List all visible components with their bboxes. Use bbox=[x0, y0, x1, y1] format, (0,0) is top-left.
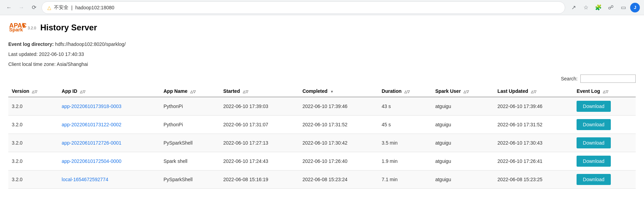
table-body: 3.2.0 app-20220610173918-0003 PythonPi 2… bbox=[8, 97, 636, 189]
cell-appname-4: PySparkShell bbox=[160, 170, 220, 188]
spark-logo-svg: APACHE Spark bbox=[8, 21, 26, 35]
app-id-link-3[interactable]: app-20220610172504-0000 bbox=[62, 158, 121, 164]
cell-appid-2[interactable]: app-20220610172726-0001 bbox=[58, 134, 160, 152]
app-id-link-4[interactable]: local-1654672592774 bbox=[62, 177, 108, 182]
cell-duration-4: 7.1 min bbox=[378, 170, 432, 188]
col-app-name[interactable]: App Name △▽ bbox=[160, 86, 220, 97]
extensions-manage-button[interactable]: ☍ bbox=[605, 2, 616, 13]
cell-eventlog-2: Download bbox=[573, 134, 636, 152]
sort-icon-completed: ▼ bbox=[330, 90, 334, 94]
col-duration[interactable]: Duration △▽ bbox=[378, 86, 432, 97]
cell-duration-2: 3.5 min bbox=[378, 134, 432, 152]
app-id-link-2[interactable]: app-20220610172726-0001 bbox=[62, 140, 121, 146]
col-last-updated[interactable]: Last Updated △▽ bbox=[494, 86, 573, 97]
extension-button[interactable]: 🧩 bbox=[593, 2, 604, 13]
cell-appid-1[interactable]: app-20220610173122-0002 bbox=[58, 115, 160, 134]
download-button-1[interactable]: Download bbox=[577, 119, 610, 130]
address-bar[interactable]: △ 不安全 | hadoop102:18080 bbox=[42, 1, 565, 14]
cell-version-4: 3.2.0 bbox=[8, 170, 58, 188]
app-title: History Server bbox=[40, 23, 97, 32]
download-button-4[interactable]: Download bbox=[577, 174, 610, 185]
cell-started-1: 2022-06-10 17:31:07 bbox=[220, 115, 299, 134]
cell-started-4: 2022-06-08 15:16:19 bbox=[220, 170, 299, 188]
cell-appid-3[interactable]: app-20220610172504-0000 bbox=[58, 152, 160, 170]
table-row: 3.2.0 app-20220610173918-0003 PythonPi 2… bbox=[8, 97, 636, 116]
cell-lastupdated-1: 2022-06-10 17:31:52 bbox=[494, 115, 573, 134]
bookmark-button[interactable]: ☆ bbox=[580, 2, 591, 13]
cell-appid-4[interactable]: local-1654672592774 bbox=[58, 170, 160, 188]
profile-button[interactable]: J bbox=[630, 3, 640, 12]
cell-started-0: 2022-06-10 17:39:03 bbox=[220, 97, 299, 116]
cell-completed-3: 2022-06-10 17:26:40 bbox=[299, 152, 378, 170]
sort-icon-appid: △▽ bbox=[80, 90, 85, 94]
cell-appname-0: PythonPi bbox=[160, 97, 220, 116]
cell-duration-3: 1.9 min bbox=[378, 152, 432, 170]
cell-sparkuser-3: atguigu bbox=[432, 152, 494, 170]
timezone-info: Client local time zone: Asia/Shanghai bbox=[8, 60, 636, 69]
back-button[interactable]: ← bbox=[4, 3, 14, 12]
cell-eventlog-4: Download bbox=[573, 170, 636, 188]
browser-actions: ↗ ☆ 🧩 ☍ ▭ J bbox=[568, 2, 640, 13]
sort-icon-started: △▽ bbox=[243, 90, 248, 94]
download-button-3[interactable]: Download bbox=[577, 156, 610, 167]
cell-version-1: 3.2.0 bbox=[8, 115, 58, 134]
app-header: APACHE Spark 3.2.0 History Server bbox=[8, 21, 636, 35]
spark-version: 3.2.0 bbox=[28, 26, 36, 30]
sort-icon-version: △▽ bbox=[32, 90, 37, 94]
cell-lastupdated-4: 2022-06-08 15:23:25 bbox=[494, 170, 573, 188]
cell-sparkuser-4: atguigu bbox=[432, 170, 494, 188]
share-button[interactable]: ↗ bbox=[568, 2, 579, 13]
reload-button[interactable]: ⟳ bbox=[29, 3, 39, 12]
cell-eventlog-1: Download bbox=[573, 115, 636, 134]
info-section: Event log directory: hdfs://hadoop102:80… bbox=[8, 40, 636, 69]
table-row: 3.2.0 app-20220610172504-0000 Spark shel… bbox=[8, 152, 636, 170]
search-bar: Search: bbox=[8, 75, 636, 83]
spark-logo: APACHE Spark 3.2.0 bbox=[8, 21, 36, 35]
security-warning-icon: △ bbox=[47, 5, 51, 10]
last-updated-info: Last updated: 2022-06-10 17:40:33 bbox=[8, 50, 636, 59]
app-id-link-0[interactable]: app-20220610173918-0003 bbox=[62, 104, 121, 109]
event-log-info: Event log directory: hdfs://hadoop102:80… bbox=[8, 40, 636, 49]
svg-text:Spark: Spark bbox=[9, 27, 23, 32]
table-row: 3.2.0 local-1654672592774 PySparkShell 2… bbox=[8, 170, 636, 188]
download-button-2[interactable]: Download bbox=[577, 137, 610, 148]
search-label: Search: bbox=[561, 76, 578, 81]
url-separator: | bbox=[71, 5, 73, 10]
cell-version-2: 3.2.0 bbox=[8, 134, 58, 152]
col-completed[interactable]: Completed ▼ bbox=[299, 86, 378, 97]
col-spark-user[interactable]: Spark User △▽ bbox=[432, 86, 494, 97]
cell-appname-2: PySparkShell bbox=[160, 134, 220, 152]
cell-appid-0[interactable]: app-20220610173918-0003 bbox=[58, 97, 160, 116]
sort-icon-sparkuser: △▽ bbox=[463, 90, 469, 94]
cell-sparkuser-0: atguigu bbox=[432, 97, 494, 116]
download-button-0[interactable]: Download bbox=[577, 101, 610, 112]
page-content: APACHE Spark 3.2.0 History Server Event … bbox=[0, 15, 644, 194]
sort-icon-eventlog: △▽ bbox=[603, 90, 608, 94]
cell-appname-1: PythonPi bbox=[160, 115, 220, 134]
cell-completed-4: 2022-06-08 15:23:24 bbox=[299, 170, 378, 188]
url-text: 不安全 bbox=[54, 4, 68, 11]
cell-lastupdated-0: 2022-06-10 17:39:46 bbox=[494, 97, 573, 116]
table-row: 3.2.0 app-20220610173122-0002 PythonPi 2… bbox=[8, 115, 636, 134]
cell-version-0: 3.2.0 bbox=[8, 97, 58, 116]
forward-button[interactable]: → bbox=[17, 3, 26, 12]
apps-table: Version △▽ App ID △▽ App Name △▽ Started… bbox=[8, 86, 636, 189]
cell-completed-0: 2022-06-10 17:39:46 bbox=[299, 97, 378, 116]
cell-started-2: 2022-06-10 17:27:13 bbox=[220, 134, 299, 152]
col-version[interactable]: Version △▽ bbox=[8, 86, 58, 97]
cell-started-3: 2022-06-10 17:24:43 bbox=[220, 152, 299, 170]
cell-completed-2: 2022-06-10 17:30:42 bbox=[299, 134, 378, 152]
col-started[interactable]: Started △▽ bbox=[220, 86, 299, 97]
search-input[interactable] bbox=[580, 75, 636, 83]
split-button[interactable]: ▭ bbox=[618, 2, 629, 13]
col-event-log[interactable]: Event Log △▽ bbox=[573, 86, 636, 97]
cell-duration-1: 45 s bbox=[378, 115, 432, 134]
col-app-id[interactable]: App ID △▽ bbox=[58, 86, 160, 97]
app-id-link-1[interactable]: app-20220610173122-0002 bbox=[62, 122, 121, 127]
cell-version-3: 3.2.0 bbox=[8, 152, 58, 170]
event-log-value: hdfs://hadoop102:8020/sparklog/ bbox=[55, 41, 126, 47]
table-row: 3.2.0 app-20220610172726-0001 PySparkShe… bbox=[8, 134, 636, 152]
last-updated-label: Last updated: bbox=[8, 51, 38, 57]
cell-eventlog-3: Download bbox=[573, 152, 636, 170]
cell-appname-3: Spark shell bbox=[160, 152, 220, 170]
